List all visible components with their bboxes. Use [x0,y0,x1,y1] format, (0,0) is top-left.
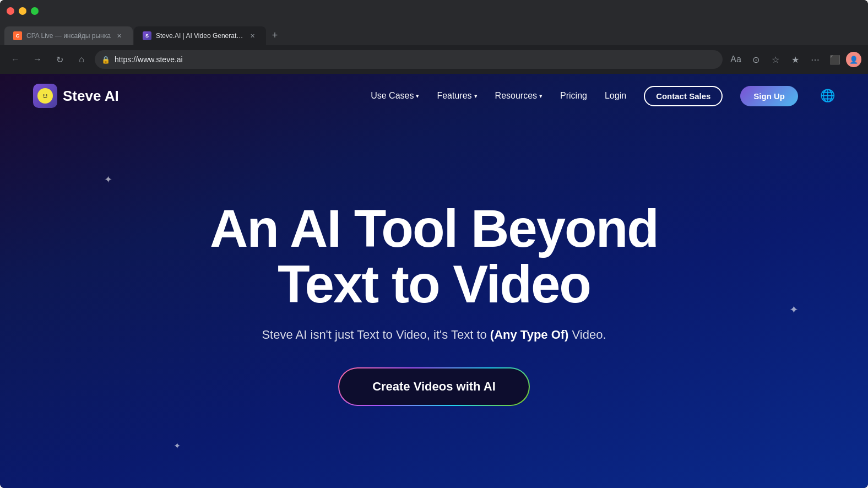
hero-subtitle: Steve AI isn't just Text to Video, it's … [262,328,606,342]
tab-cpa-label: CPA Live — инсайды рынка [26,32,111,40]
sidebar-icon[interactable]: ⬛ [826,51,844,68]
copilot-icon[interactable]: ⊙ [747,51,764,68]
browser-toolbar: ← → ↻ ⌂ 🔒 https://www.steve.ai Aa ⊙ ☆ ★ … [0,45,868,74]
title-bar [0,0,868,22]
star-decoration-2: ✦ [789,303,799,316]
minimize-button[interactable] [19,7,26,15]
chevron-down-icon: ▾ [474,93,478,100]
hero-title: An AI Tool Beyond Text to Video [210,201,658,312]
website-content: Steve AI Use Cases ▾ Features ▾ Resource… [0,74,868,488]
back-button[interactable]: ← [7,51,24,68]
more-icon[interactable]: ⋯ [806,51,824,68]
tab-steve-close-icon[interactable]: ✕ [248,31,257,40]
steve-favicon-icon: S [143,31,151,40]
tab-steve[interactable]: S Steve.AI | AI Video Generator Too ✕ [134,26,266,45]
translate-icon[interactable]: Aa [727,51,745,68]
svg-point-0 [41,92,49,100]
address-bar[interactable]: 🔒 https://www.steve.ai [95,50,723,69]
new-tab-button[interactable]: + [267,28,283,43]
bookmark-icon[interactable]: ☆ [767,51,784,68]
favorites-icon[interactable]: ★ [786,51,804,68]
hero-title-line1: An AI Tool Beyond [210,199,658,258]
profile-avatar[interactable]: 👤 [846,52,861,67]
tab-bar: C CPA Live — инсайды рынка ✕ S Steve.AI … [0,22,868,45]
cpa-favicon-icon: C [13,31,22,40]
logo-icon [33,84,57,108]
chevron-down-icon: ▾ [539,93,542,100]
tab-steve-label: Steve.AI | AI Video Generator Too [156,32,244,40]
logo-text: Steve AI [63,88,119,105]
home-button[interactable]: ⌂ [73,51,90,68]
svg-point-2 [46,94,47,95]
star-decoration-3: ✦ [173,441,181,451]
url-text: https://www.steve.ai [115,55,183,64]
nav-use-cases[interactable]: Use Cases ▾ [371,91,419,101]
close-button[interactable] [7,7,14,15]
create-videos-button[interactable]: Create Videos with AI [339,368,529,405]
nav-links: Use Cases ▾ Features ▾ Resources ▾ Prici… [371,86,835,106]
tab-cpa-close-icon[interactable]: ✕ [115,31,124,40]
window-controls [7,7,39,15]
refresh-button[interactable]: ↻ [51,51,68,68]
maximize-button[interactable] [31,7,39,15]
hero-section: ✦ ✦ ✦ An AI Tool Beyond Text to Video St… [0,118,868,488]
cta-wrapper[interactable]: Create Videos with AI [339,368,529,405]
lock-icon: 🔒 [101,56,110,64]
star-decoration-1: ✦ [104,173,112,186]
logo-face-icon [41,91,50,100]
nav-login[interactable]: Login [605,91,626,101]
toolbar-actions: Aa ⊙ ☆ ★ ⋯ ⬛ 👤 [727,51,861,68]
logo-icon-inner [37,88,53,104]
globe-icon[interactable]: 🌐 [820,89,835,103]
nav-resources[interactable]: Resources ▾ [495,91,542,101]
sign-up-button[interactable]: Sign Up [740,86,798,106]
chevron-down-icon: ▾ [416,93,419,100]
site-nav: Steve AI Use Cases ▾ Features ▾ Resource… [0,74,868,118]
forward-button[interactable]: → [29,51,46,68]
contact-sales-button[interactable]: Contact Sales [644,86,723,106]
tab-cpa[interactable]: C CPA Live — инсайды рынка ✕ [4,26,133,45]
nav-features[interactable]: Features ▾ [437,91,477,101]
svg-point-1 [43,94,44,95]
logo[interactable]: Steve AI [33,84,119,108]
nav-pricing[interactable]: Pricing [560,91,587,101]
hero-title-line2: Text to Video [278,254,590,313]
